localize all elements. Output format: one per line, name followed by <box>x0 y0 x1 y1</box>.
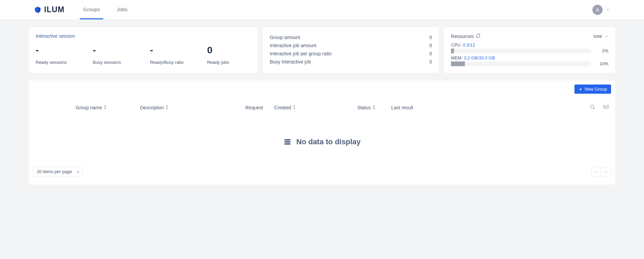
busy-interactive-row: Busy interactive job 0 <box>270 58 432 66</box>
group-amount-label: Group amount <box>270 35 300 40</box>
groups-table-panel: New Group Group name Description Request… <box>29 80 615 185</box>
empty-state: No data to display <box>29 117 615 167</box>
interactive-ratio-value: 0 <box>430 51 432 56</box>
cpu-bar-fill <box>451 49 454 53</box>
mem-label-row: MEM: 3.2 GB/33.3 GB <box>451 55 608 60</box>
svg-point-17 <box>608 105 609 106</box>
resources-card: Resources total CPU: 0.3/12 2% <box>444 27 615 73</box>
chevron-down-icon[interactable] <box>606 7 610 13</box>
nav-tabs: Groups Jobs <box>80 0 131 19</box>
resources-scope-label: total <box>593 34 602 39</box>
ready-busy-ratio-label: Ready/Busy ratio <box>150 60 193 65</box>
shield-logo-icon <box>34 6 41 14</box>
cpu-bar-row: 2% <box>451 48 608 53</box>
th-description[interactable]: Description <box>140 105 245 110</box>
session-card-title: Interactive session <box>36 33 251 39</box>
server-icon <box>283 138 291 146</box>
ready-busy-ratio-metric: - Ready/Busy ratio <box>150 45 193 65</box>
items-per-page-label: 20 items per page <box>37 169 72 174</box>
new-group-label: New Group <box>585 87 607 92</box>
th-group-name-label: Group name <box>76 105 102 110</box>
svg-rect-21 <box>285 140 286 140</box>
ready-sessions-metric: - Ready sessions <box>36 45 79 65</box>
plus-icon <box>579 87 583 91</box>
svg-marker-5 <box>166 108 168 109</box>
mem-percent: 10% <box>596 61 608 66</box>
svg-marker-8 <box>373 105 375 107</box>
search-icon[interactable] <box>589 104 595 111</box>
cpu-percent: 2% <box>596 48 608 53</box>
mem-bar-row: 10% <box>451 61 608 66</box>
th-description-label: Description <box>140 105 164 110</box>
svg-marker-9 <box>373 108 375 109</box>
th-request[interactable]: Request <box>245 105 271 110</box>
mem-bar <box>451 61 591 66</box>
interactive-session-card: Interactive session - Ready sessions - B… <box>29 27 258 73</box>
svg-line-11 <box>593 108 594 109</box>
sort-icon <box>165 105 169 110</box>
group-amount-value: 0 <box>430 35 432 40</box>
cpu-bar <box>451 49 591 53</box>
th-request-label: Request <box>245 105 263 110</box>
app-header: ILUM Groups Jobs A <box>0 0 644 20</box>
busy-sessions-value: - <box>93 45 136 56</box>
avatar[interactable]: A <box>592 5 603 15</box>
nav-tab-groups[interactable]: Groups <box>80 0 103 19</box>
group-metrics-card: Group amount 0 Interactive job amount 0 … <box>263 27 439 73</box>
svg-marker-6 <box>293 105 295 107</box>
svg-point-10 <box>590 105 594 109</box>
items-per-page-select[interactable]: 20 items per page <box>33 167 82 177</box>
next-page-button[interactable] <box>601 167 611 177</box>
th-created[interactable]: Created <box>274 105 305 110</box>
new-group-button[interactable]: New Group <box>574 85 611 94</box>
svg-point-15 <box>604 106 605 107</box>
svg-rect-22 <box>285 142 286 142</box>
empty-state-text: No data to display <box>296 137 360 146</box>
svg-marker-4 <box>166 105 168 107</box>
resources-title: Resources <box>451 34 474 39</box>
busy-sessions-label: Busy sessions <box>93 60 136 65</box>
group-amount-row: Group amount 0 <box>270 33 432 41</box>
cpu-label-row: CPU: 0.3/12 <box>451 42 608 48</box>
resources-scope-select[interactable]: total <box>593 34 608 39</box>
svg-marker-2 <box>104 105 106 107</box>
cpu-value: 0.3/12 <box>463 42 475 48</box>
mem-bar-fill <box>451 61 465 66</box>
sort-icon <box>292 105 296 110</box>
header-user-area: A <box>592 5 610 15</box>
ready-busy-ratio-value: - <box>150 45 193 56</box>
brand-name: ILUM <box>44 5 64 14</box>
interactive-amount-row: Interactive job amount 0 <box>270 41 432 50</box>
th-created-label: Created <box>274 105 291 110</box>
busy-sessions-metric: - Busy sessions <box>93 45 136 65</box>
interactive-ratio-row: Interactive job per group ratio 0 <box>270 50 432 58</box>
th-last-result[interactable]: Last result <box>391 105 439 110</box>
table-header: Group name Description Request Created <box>29 98 615 117</box>
prev-page-button[interactable] <box>591 167 601 177</box>
ready-jobs-label: Ready jobs <box>207 60 250 65</box>
th-group-name[interactable]: Group name <box>76 105 140 110</box>
nav-tab-jobs[interactable]: Jobs <box>113 0 131 19</box>
app-logo[interactable]: ILUM <box>34 5 64 14</box>
th-status[interactable]: Status <box>357 105 391 110</box>
ready-sessions-value: - <box>36 45 79 56</box>
ready-sessions-label: Ready sessions <box>36 60 79 65</box>
mem-label: MEM: <box>451 55 462 60</box>
pager <box>591 167 611 177</box>
svg-rect-23 <box>285 144 286 144</box>
settings-sliders-icon[interactable] <box>603 104 609 111</box>
interactive-amount-value: 0 <box>430 43 432 48</box>
busy-interactive-value: 0 <box>430 59 432 64</box>
ready-jobs-metric: 0 Ready jobs <box>207 45 250 65</box>
interactive-ratio-label: Interactive job per group ratio <box>270 51 332 56</box>
refresh-icon[interactable] <box>476 33 480 39</box>
chevron-right-icon <box>604 170 608 173</box>
cpu-label: CPU: <box>451 42 461 48</box>
svg-marker-7 <box>293 108 295 109</box>
busy-interactive-label: Busy interactive job <box>270 59 311 64</box>
ready-jobs-value: 0 <box>207 45 250 56</box>
sort-icon <box>103 105 107 110</box>
th-status-label: Status <box>357 105 371 110</box>
table-footer: 20 items per page <box>29 167 615 177</box>
th-last-result-label: Last result <box>391 105 413 110</box>
